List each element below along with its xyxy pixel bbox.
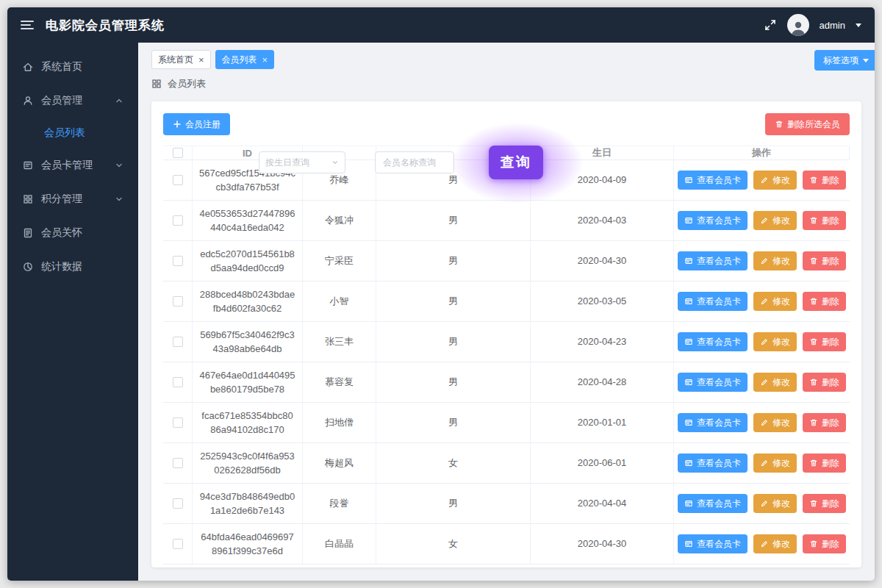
view-card-button[interactable]: 查看会员卡: [678, 332, 747, 351]
trash-icon: [809, 176, 818, 184]
edit-label: 修改: [772, 295, 790, 308]
row-checkbox[interactable]: [173, 175, 183, 185]
edit-button[interactable]: 修改: [753, 251, 797, 270]
delete-button[interactable]: 删除: [803, 373, 846, 392]
view-card-label: 查看会员卡: [697, 174, 741, 187]
sidebar-item-member-care[interactable]: 会员关怀: [7, 216, 138, 250]
sidebar-item-home[interactable]: 系统首页: [7, 50, 138, 84]
edit-button[interactable]: 修改: [753, 453, 797, 473]
fullscreen-icon[interactable]: [764, 18, 777, 32]
member-birthday: 2020-04-09: [531, 160, 674, 200]
edit-button[interactable]: 修改: [753, 534, 797, 553]
trash-icon: [809, 539, 818, 548]
sidebar-item-statistics[interactable]: 统计数据: [7, 250, 138, 284]
sidebar-item-member-list[interactable]: 会员列表: [7, 118, 138, 148]
sidebar-item-card-mgmt[interactable]: 会员卡管理: [7, 148, 138, 182]
close-icon[interactable]: ×: [262, 55, 268, 65]
delete-button[interactable]: 删除: [803, 211, 846, 230]
row-actions: 查看会员卡 修改 删除: [674, 403, 850, 442]
delete-button[interactable]: 删除: [803, 332, 846, 351]
chevron-down-icon: [115, 195, 123, 204]
row-checkbox-cell: [163, 443, 193, 483]
row-checkbox[interactable]: [173, 337, 183, 347]
edit-button[interactable]: 修改: [753, 413, 797, 432]
row-checkbox[interactable]: [173, 215, 183, 226]
select-all-checkbox[interactable]: [173, 148, 183, 158]
delete-button[interactable]: 删除: [803, 171, 846, 190]
member-birthday: 2020-06-01: [531, 443, 674, 483]
register-member-button[interactable]: 会员注册: [163, 113, 230, 135]
row-checkbox[interactable]: [173, 417, 183, 428]
view-card-button[interactable]: 查看会员卡: [678, 373, 747, 392]
row-checkbox[interactable]: [173, 296, 183, 306]
edit-icon: [760, 459, 769, 467]
view-card-button[interactable]: 查看会员卡: [678, 251, 747, 270]
row-checkbox[interactable]: [173, 498, 183, 509]
query-button[interactable]: 查询: [489, 146, 543, 179]
user-silhouette-icon: [789, 18, 807, 36]
view-card-button[interactable]: 查看会员卡: [678, 413, 747, 432]
card-icon: [684, 499, 693, 508]
tag-options-button[interactable]: 标签选项: [814, 50, 875, 71]
row-checkbox[interactable]: [173, 539, 183, 549]
member-name: 张三丰: [303, 322, 376, 362]
user-menu-caret-icon[interactable]: [856, 24, 861, 27]
tab-label: 系统首页: [158, 54, 193, 66]
sidebar-item-points-mgmt[interactable]: 积分管理: [7, 182, 138, 216]
view-card-button[interactable]: 查看会员卡: [678, 211, 747, 230]
row-checkbox[interactable]: [173, 377, 183, 387]
view-card-button[interactable]: 查看会员卡: [678, 453, 747, 473]
edit-button[interactable]: 修改: [753, 171, 797, 190]
edit-button[interactable]: 修改: [753, 332, 797, 351]
tab-bar: 系统首页 × 会员列表 × 标签选项: [138, 43, 875, 72]
row-actions: 查看会员卡 修改 删除: [674, 160, 850, 200]
app-title: 电影院会员管理系统: [46, 17, 165, 34]
delete-button[interactable]: 删除: [803, 494, 846, 513]
menu-toggle-icon[interactable]: [21, 21, 34, 29]
member-id: 2525943c9c0f4f6a9530262628df56db: [193, 443, 303, 483]
delete-button[interactable]: 删除: [803, 413, 846, 432]
row-checkbox-cell: [163, 282, 193, 321]
edit-icon: [760, 297, 769, 306]
avatar[interactable]: [787, 14, 809, 36]
delete-button[interactable]: 删除: [803, 251, 846, 270]
sidebar-item-label: 会员卡管理: [41, 159, 93, 172]
view-card-button[interactable]: 查看会员卡: [678, 171, 747, 190]
table-row: edc5c2070d154561b8d5aa94ded0ccd9 宁采臣 男 2…: [163, 241, 850, 282]
view-card-button[interactable]: 查看会员卡: [678, 494, 747, 513]
row-checkbox[interactable]: [173, 458, 183, 468]
delete-button[interactable]: 删除: [803, 292, 846, 311]
view-card-button[interactable]: 查看会员卡: [678, 292, 747, 311]
trash-icon: [809, 499, 818, 508]
member-name-search-input[interactable]: [375, 151, 454, 173]
edit-button[interactable]: 修改: [753, 292, 797, 311]
trash-icon: [809, 378, 818, 387]
edit-button[interactable]: 修改: [753, 211, 797, 230]
username[interactable]: admin: [820, 20, 845, 31]
card-icon: [684, 378, 693, 387]
delete-label: 删除: [822, 255, 839, 268]
close-icon[interactable]: ×: [198, 55, 204, 65]
row-checkbox[interactable]: [173, 256, 183, 266]
tab-member-list[interactable]: 会员列表 ×: [215, 50, 275, 69]
delete-button[interactable]: 删除: [803, 453, 846, 473]
sidebar-item-member-mgmt[interactable]: 会员管理: [7, 84, 138, 118]
select-all-cell: [163, 146, 193, 159]
member-birthday: 2020-04-23: [531, 322, 674, 362]
row-actions: 查看会员卡 修改 删除: [674, 362, 850, 402]
sidebar-subitem-label: 会员列表: [44, 126, 85, 140]
delete-selected-button[interactable]: 删除所选会员: [765, 113, 850, 135]
birthday-filter-select[interactable]: 按生日查询: [259, 151, 345, 173]
member-gender: 女: [376, 443, 531, 483]
table-row: 64bfda46ead04696978961f399c37e6d 白晶晶 女 2…: [163, 524, 850, 564]
edit-button[interactable]: 修改: [753, 373, 797, 392]
birthday-filter-placeholder: 按生日查询: [265, 157, 309, 169]
delete-button[interactable]: 删除: [803, 534, 846, 553]
member-birthday: 2020-04-30: [531, 241, 674, 281]
view-card-button[interactable]: 查看会员卡: [678, 534, 747, 553]
chevron-down-icon: [331, 159, 339, 166]
delete-label: 删除: [822, 174, 839, 187]
tab-home[interactable]: 系统首页 ×: [151, 50, 211, 69]
member-name: 梅超风: [303, 443, 376, 483]
edit-button[interactable]: 修改: [753, 494, 797, 513]
